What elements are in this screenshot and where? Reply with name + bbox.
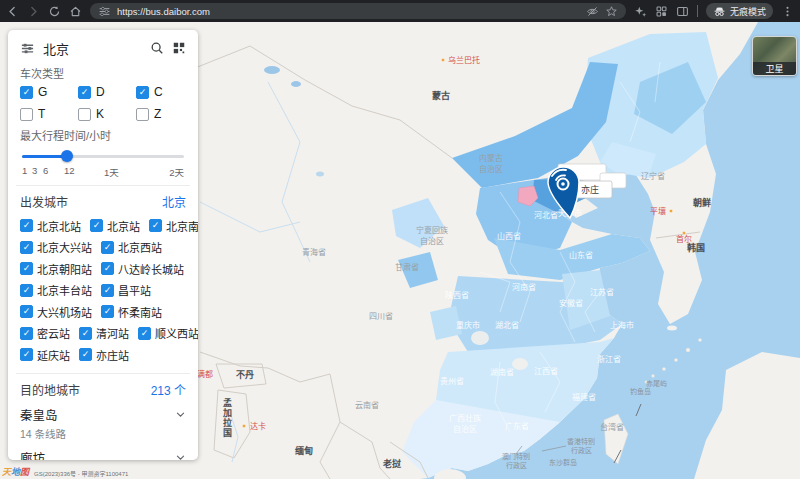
site-settings-icon[interactable] — [98, 5, 111, 18]
checkbox-icon[interactable] — [20, 262, 33, 275]
checkbox-icon[interactable] — [79, 348, 92, 361]
checkbox-icon[interactable] — [149, 219, 162, 232]
qr-scan-icon[interactable] — [172, 41, 186, 55]
checkbox-icon[interactable] — [101, 305, 114, 318]
slider-thumb[interactable] — [61, 150, 73, 162]
slider-ticks: 1 3 6 12 1天 2天 — [22, 165, 184, 178]
url-bar[interactable]: https://bus.daibor.com — [90, 3, 626, 19]
chevron-down-icon[interactable] — [175, 452, 186, 461]
eye-off-icon[interactable] — [586, 5, 599, 18]
station-checkbox[interactable]: 北京大兴站 — [20, 239, 92, 255]
bookmark-star-icon[interactable] — [605, 5, 618, 18]
train-type-option[interactable]: T — [20, 107, 78, 121]
map-label: 孟加拉国 — [222, 398, 233, 438]
city-dot — [242, 424, 246, 428]
map-label: 东沙群岛 — [549, 458, 577, 467]
checkbox-icon[interactable] — [101, 284, 114, 297]
map-label: 乌兰巴托 — [448, 55, 480, 65]
destination-item[interactable]: 秦皇岛 14 条线路 — [20, 401, 186, 444]
checkbox-icon[interactable] — [136, 86, 149, 99]
station-checkbox[interactable]: 北京站 — [90, 218, 140, 234]
map-label: 钓鱼岛 — [630, 387, 651, 396]
map-label: 缅甸 — [295, 445, 313, 456]
station-checkbox[interactable]: 亦庄站 — [79, 347, 129, 363]
map-label: 陕西省 — [445, 290, 469, 300]
tab-groups-icon[interactable] — [655, 5, 668, 18]
checkbox-icon[interactable] — [20, 284, 33, 297]
map-label: 赤尾屿 — [646, 379, 667, 388]
checkbox-icon[interactable] — [78, 86, 91, 99]
menu-dots-icon[interactable] — [781, 5, 794, 18]
map-label: 重庆市 — [456, 320, 480, 330]
back-icon[interactable] — [6, 5, 19, 18]
map-label: 湖北省 — [495, 320, 519, 330]
station-checkbox[interactable]: 大兴机场站 — [20, 304, 92, 320]
train-type-option[interactable]: Z — [136, 107, 186, 121]
station-checkbox[interactable]: 北京朝阳站 — [20, 261, 92, 277]
forward-icon[interactable] — [27, 5, 40, 18]
home-icon[interactable] — [69, 5, 82, 18]
map-label: 行政区 — [571, 446, 592, 455]
map-label: 辽宁省 — [641, 171, 665, 181]
max-time-slider[interactable] — [22, 150, 184, 162]
toolbar-separator — [697, 5, 698, 17]
incognito-icon — [713, 5, 726, 18]
destination-count: 213 个 — [151, 381, 186, 398]
train-type-option[interactable]: G — [20, 85, 78, 99]
train-type-option[interactable]: K — [78, 107, 136, 121]
train-type-option[interactable]: C — [136, 85, 186, 99]
station-checkbox[interactable]: 密云站 — [20, 325, 70, 341]
chevron-down-icon[interactable] — [175, 409, 186, 420]
departure-city-link[interactable]: 北京 — [162, 193, 186, 210]
station-checkbox[interactable]: 顺义西站 — [138, 325, 198, 341]
station-checkbox[interactable]: 八达岭长城站 — [101, 261, 184, 277]
checkbox-icon[interactable] — [79, 327, 92, 340]
checkbox-icon[interactable] — [78, 108, 91, 121]
search-icon[interactable] — [150, 41, 164, 55]
checkbox-icon[interactable] — [20, 241, 33, 254]
checkbox-icon[interactable] — [20, 219, 33, 232]
checkbox-icon[interactable] — [20, 305, 33, 318]
sparkle-star-icon[interactable] — [634, 5, 647, 18]
destination-item[interactable]: 廊坊 67 条线路 — [20, 444, 186, 461]
train-type-option[interactable]: D — [78, 85, 136, 99]
map-label: 台湾省 — [600, 422, 624, 432]
map-label: 广东省 — [505, 421, 529, 431]
map-label: 自治区 — [479, 164, 503, 174]
map-label: 行政区 — [506, 461, 527, 470]
tune-icon[interactable] — [20, 41, 35, 56]
map-label: 内蒙古 — [479, 153, 503, 163]
checkbox-icon[interactable] — [138, 327, 151, 340]
panel-city-title: 北京 — [43, 39, 142, 58]
station-checkbox[interactable]: 延庆站 — [20, 347, 70, 363]
checkbox-icon[interactable] — [136, 108, 149, 121]
side-panel-icon[interactable] — [676, 5, 689, 18]
checkbox-icon[interactable] — [90, 219, 103, 232]
satellite-toggle[interactable]: 卫星 — [752, 36, 797, 76]
map-label: 甘肃省 — [395, 262, 419, 272]
station-checkbox[interactable]: 北京北站 — [20, 218, 81, 234]
station-checkbox[interactable]: 怀柔南站 — [101, 304, 162, 320]
city-dot — [669, 209, 673, 213]
marker-card-label: 亦庄 — [581, 184, 599, 195]
map-label: 云南省 — [355, 400, 379, 410]
station-checkbox[interactable]: 昌平站 — [101, 282, 151, 298]
checkbox-icon[interactable] — [101, 262, 114, 275]
reload-icon[interactable] — [48, 5, 61, 18]
station-checkbox[interactable]: 北京南站 — [149, 218, 198, 234]
station-checkbox[interactable]: 北京丰台站 — [20, 282, 92, 298]
map-label: 宁夏回族 — [416, 225, 448, 235]
map-label: 贵州省 — [440, 376, 464, 386]
station-checkbox[interactable]: 北京西站 — [101, 239, 162, 255]
station-checkbox[interactable]: 清河站 — [79, 325, 129, 341]
checkbox-icon[interactable] — [20, 327, 33, 340]
checkbox-icon[interactable] — [20, 108, 33, 121]
map-label: 江西省 — [534, 366, 558, 376]
checkbox-icon[interactable] — [20, 348, 33, 361]
url-text[interactable]: https://bus.daibor.com — [117, 6, 580, 17]
station-list: 北京北站 北京站 北京南站 北京大兴站 北京西站 北京朝阳站 八达岭长城站 北京… — [20, 215, 186, 366]
checkbox-icon[interactable] — [20, 86, 33, 99]
screen: https://bus.daibor.com 无痕模式 — [0, 0, 800, 479]
checkbox-icon[interactable] — [101, 241, 114, 254]
map-label: 山西省 — [497, 231, 521, 241]
